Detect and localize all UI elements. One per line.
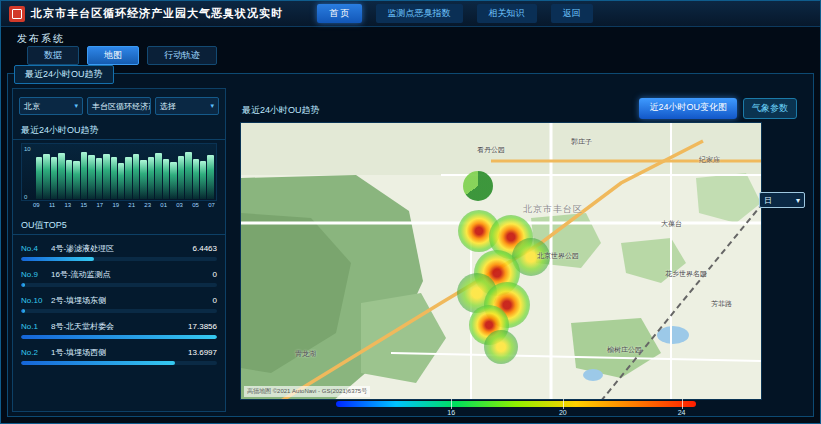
- app-logo-icon: [9, 6, 25, 22]
- system-label: 发布系统: [17, 32, 65, 46]
- site-value: 17.3856: [188, 322, 217, 331]
- site-select-value: 选择: [160, 101, 176, 112]
- nav-item-home[interactable]: 首 页: [317, 4, 362, 23]
- chart-bar: [207, 155, 213, 199]
- map-attribution: 高德地图 ©2021 AutoNavi - GS(2021)6375号: [244, 386, 370, 397]
- main-panel: 最近24小时OU趋势 北京 ▾ 丰台区循环经济产 ▾ 选择 ▾ 最近24小时OU…: [7, 73, 814, 417]
- nav-item-back[interactable]: 返回: [551, 4, 593, 23]
- list-item: No.44号-渗滤液处理区6.4463: [21, 243, 217, 261]
- progress-track: [21, 309, 217, 313]
- chart-bar: [133, 154, 139, 199]
- progress-fill: [21, 257, 94, 261]
- progress-track: [21, 335, 217, 339]
- site-name: 2号-填埋场东侧: [51, 295, 209, 306]
- chart-bar: [73, 161, 79, 199]
- site-name: 16号-流动监测点: [51, 269, 209, 280]
- x-axis-tick: 05: [192, 202, 199, 208]
- map-label: 花乡世界名园: [665, 269, 707, 279]
- rank-label: No.1: [21, 322, 51, 331]
- ou-trend-xaxis: 091113151719212301030507: [33, 202, 215, 208]
- right-panel: 最近24小时OU趋势 近24小时OU变化图 气象参数: [232, 74, 811, 416]
- map-label: 郭庄子: [571, 137, 592, 147]
- y-axis-tick: 10: [24, 146, 31, 152]
- list-item: No.21号-填埋场西侧13.6997: [21, 347, 217, 365]
- chart-bar: [111, 157, 117, 199]
- chart-bar: [88, 155, 94, 199]
- tab-trajectory[interactable]: 行动轨迹: [147, 46, 217, 65]
- x-axis-tick: 07: [208, 202, 215, 208]
- chart-bar: [200, 161, 206, 199]
- chart-bar: [118, 163, 124, 199]
- legend-mark: [682, 399, 683, 409]
- x-axis-tick: 11: [49, 202, 55, 208]
- list-item: No.916号-流动监测点0: [21, 269, 217, 287]
- chevron-down-icon: ▾: [74, 102, 78, 110]
- main-nav: 首 页 监测点恶臭指数 相关知识 返回: [317, 4, 593, 23]
- site-value: 0: [213, 270, 217, 279]
- site-pie-marker[interactable]: [463, 171, 493, 201]
- city-select[interactable]: 北京 ▾: [19, 97, 83, 115]
- city-select-value: 北京: [24, 101, 40, 112]
- district-select[interactable]: 丰台区循环经济产 ▾: [87, 97, 151, 115]
- map-label: 芳菲路: [711, 299, 732, 309]
- map-toolbar: 近24小时OU变化图 气象参数: [639, 98, 797, 119]
- weather-params-button[interactable]: 气象参数: [743, 98, 797, 119]
- site-value: 13.6997: [188, 348, 217, 357]
- legend-tick-label: 24: [678, 409, 686, 416]
- tab-map[interactable]: 地图: [87, 46, 139, 65]
- x-axis-tick: 13: [64, 202, 71, 208]
- tab-data[interactable]: 数据: [27, 46, 79, 65]
- chart-bar: [43, 154, 49, 199]
- chart-bar: [96, 158, 102, 199]
- site-value: 6.4463: [193, 244, 217, 253]
- map-label: 北京世界公园: [537, 251, 579, 261]
- header-bar: 北京市丰台区循环经济产业园大气恶臭状况实时 首 页 监测点恶臭指数 相关知识 返…: [1, 1, 820, 27]
- site-name: 4号-渗滤液处理区: [51, 243, 189, 254]
- map-label: 榆树庄公园: [607, 345, 642, 355]
- progress-track: [21, 257, 217, 261]
- nav-item-odor-index[interactable]: 监测点恶臭指数: [376, 4, 463, 23]
- ou-trend-bars: [36, 147, 214, 199]
- rank-label: No.9: [21, 270, 51, 279]
- top5-list: No.44号-渗滤液处理区6.4463No.916号-流动监测点0No.102号…: [13, 243, 225, 365]
- progress-fill: [21, 361, 175, 365]
- x-axis-tick: 19: [112, 202, 119, 208]
- ou-change-map-button[interactable]: 近24小时OU变化图: [639, 98, 737, 119]
- rank-label: No.2: [21, 348, 51, 357]
- map-label: 纪家庙: [699, 155, 720, 165]
- map-label: 北京市丰台区: [523, 203, 583, 216]
- map-period-value: 日: [764, 195, 772, 206]
- y-axis-tick: 0: [24, 194, 27, 200]
- x-axis-tick: 23: [144, 202, 151, 208]
- trend-chart-title: 最近24小时OU趋势: [13, 119, 225, 140]
- chart-bar: [81, 152, 87, 199]
- panel-title: 最近24小时OU趋势: [14, 65, 114, 84]
- legend-mark: [563, 399, 564, 409]
- chart-bar: [66, 160, 72, 199]
- legend-tick-label: 16: [447, 409, 455, 416]
- site-value: 0: [213, 296, 217, 305]
- view-tabs: 数据 地图 行动轨迹: [27, 46, 217, 65]
- list-item: No.102号-填埋场东侧0: [21, 295, 217, 313]
- x-axis-tick: 17: [96, 202, 103, 208]
- site-select[interactable]: 选择 ▾: [155, 97, 219, 115]
- map-period-select[interactable]: 日 ▾: [759, 192, 805, 208]
- x-axis-tick: 01: [160, 202, 167, 208]
- nav-item-knowledge[interactable]: 相关知识: [477, 4, 537, 23]
- chart-bar: [185, 152, 191, 199]
- map-label: 青龙湖: [295, 349, 316, 359]
- chevron-down-icon: ▾: [210, 102, 214, 110]
- heatmap-blob[interactable]: [484, 330, 518, 364]
- chart-bar: [148, 157, 154, 199]
- progress-fill: [21, 309, 25, 313]
- x-axis-tick: 03: [176, 202, 183, 208]
- map-canvas[interactable]: 高德地图 ©2021 AutoNavi - GS(2021)6375号 看丹公园…: [240, 122, 762, 400]
- heatmap-legend: 162024: [336, 401, 696, 407]
- app-title: 北京市丰台区循环经济产业园大气恶臭状况实时: [31, 6, 283, 21]
- progress-fill: [21, 335, 217, 339]
- chart-bar: [170, 162, 176, 199]
- ou-trend-chart: 10 0: [21, 143, 217, 201]
- legend-tick-label: 20: [559, 409, 567, 416]
- list-item: No.18号-北天堂村委会17.3856: [21, 321, 217, 339]
- left-panel: 北京 ▾ 丰台区循环经济产 ▾ 选择 ▾ 最近24小时OU趋势 10 0 091…: [12, 88, 226, 412]
